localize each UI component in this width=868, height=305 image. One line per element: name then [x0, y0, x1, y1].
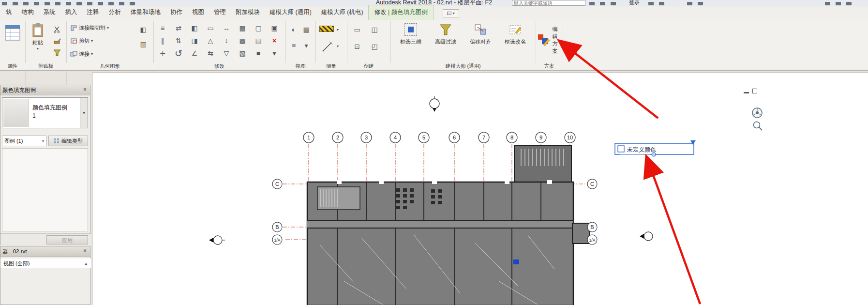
elevation-marker-east[interactable] — [640, 232, 653, 241]
dropdown-icon[interactable]: ▾ — [269, 48, 280, 59]
tab-modeling-master-mep[interactable]: 建模大师 (机电) — [316, 5, 368, 20]
save-icon[interactable] — [13, 2, 18, 5]
align-icon[interactable]: ≡ — [157, 23, 168, 33]
exchange-apps-icon[interactable] — [659, 2, 664, 5]
swap-icon[interactable]: ⇆ — [205, 48, 216, 59]
help-dropdown-icon[interactable] — [698, 2, 703, 5]
elevation-marker-west[interactable] — [209, 236, 225, 244]
favorites-icon[interactable] — [648, 2, 654, 5]
help-icon[interactable] — [687, 2, 692, 5]
group-label-view[interactable]: 视图 — [285, 63, 315, 70]
move-icon[interactable]: ＋ — [157, 48, 168, 59]
offset-icon[interactable]: ⇄ — [173, 23, 184, 33]
close-icon[interactable]: × — [81, 86, 89, 93]
infocenter-search-input[interactable] — [512, 0, 585, 6]
switch-windows-icon[interactable] — [130, 2, 135, 5]
properties-button[interactable] — [5, 25, 20, 43]
close-window-icon[interactable] — [846, 2, 852, 5]
solid-tool-icon[interactable]: ■ — [253, 48, 264, 59]
app-menu-icon[interactable] — [2, 2, 7, 5]
extend-icon[interactable]: ↔ — [221, 23, 232, 33]
zoom-icon[interactable] — [752, 121, 763, 131]
cut-icon[interactable] — [53, 26, 61, 33]
browser-root-views[interactable]: 视图 (全部) ▴ — [0, 259, 91, 268]
elevation-marker-north[interactable] — [430, 96, 439, 112]
hide-elements-icon[interactable]: ◐ — [288, 24, 299, 35]
thin-lines-icon[interactable] — [119, 2, 124, 5]
group-label-scheme[interactable]: 方案 — [536, 63, 563, 70]
copy-icon[interactable]: ⇅ — [173, 35, 184, 46]
trim-corner-icon[interactable]: ◨ — [189, 35, 200, 46]
search-icon[interactable] — [589, 2, 595, 5]
legend-rotate-grip[interactable] — [690, 140, 696, 145]
group-label-modeling-master[interactable]: 建模大师 (通用) — [390, 63, 536, 70]
type-selector[interactable]: 颜色填充图例 1 ▾ — [2, 97, 88, 128]
edit-type-button[interactable]: 编辑类型 — [48, 136, 88, 146]
ribbon-display-toggle[interactable]: ▾ — [443, 9, 459, 17]
restore-window-icon[interactable] — [836, 2, 841, 5]
array-icon[interactable]: ▦ — [237, 23, 248, 33]
collapse-icon[interactable]: ▴ — [85, 259, 87, 268]
rotate-icon[interactable]: ↺ — [173, 48, 184, 59]
scale-icon[interactable]: ▢ — [253, 23, 264, 33]
delete-icon[interactable]: × — [269, 35, 280, 46]
legend-move-grip[interactable] — [652, 152, 656, 156]
type-selector-dropdown[interactable]: ▾ — [80, 98, 88, 128]
redo-icon[interactable] — [34, 2, 39, 5]
section-icon[interactable] — [108, 2, 114, 5]
cut-geometry-button[interactable]: 剪切 ▾ — [70, 37, 93, 45]
override-graphics-icon[interactable]: ▦ — [301, 24, 312, 35]
tag-icon[interactable] — [76, 2, 82, 5]
group-label-geometry[interactable]: 几何图形 — [66, 63, 153, 70]
sign-in-label[interactable]: 登录 — [629, 0, 640, 6]
measure-icon[interactable] — [55, 2, 60, 5]
dropdown-icon[interactable]: ▾ — [337, 44, 339, 48]
advanced-filter-button[interactable]: 高级过滤 — [429, 23, 462, 46]
group-label-measure[interactable]: 测量 — [315, 63, 347, 70]
linework-icon[interactable]: ≡ — [288, 40, 299, 51]
join-geometry-button[interactable]: 连接 ▾ — [70, 50, 93, 58]
create-similar-icon[interactable]: ⊡ — [352, 41, 362, 52]
unpin-icon[interactable]: ▤ — [253, 35, 264, 46]
create-assembly-icon[interactable]: ◰ — [369, 41, 380, 52]
split-icon[interactable]: ∥ — [157, 35, 168, 46]
3d-view-icon[interactable] — [98, 2, 103, 5]
tab-analyze[interactable]: 分析 — [104, 5, 126, 20]
properties-palette-header[interactable]: 颜色填充图例 × — [0, 85, 90, 95]
tab-systems[interactable]: 系统 — [39, 5, 60, 20]
apply-button[interactable]: 应用 — [46, 235, 88, 244]
box-select-3d-button[interactable]: 框选三维 — [394, 23, 427, 46]
measure-angle-icon[interactable]: ∠ — [189, 48, 200, 59]
undo-icon[interactable] — [23, 2, 29, 5]
close-icon[interactable]: × — [81, 247, 89, 255]
paint-icon[interactable]: ◧ — [138, 24, 149, 35]
create-group-icon[interactable]: ◫ — [369, 24, 380, 35]
tab-annotate[interactable]: 注释 — [82, 5, 104, 20]
communication-icon[interactable] — [611, 2, 616, 5]
tab-architecture[interactable]: 筑 — [1, 5, 17, 20]
hatch-tool-icon[interactable]: ▧ — [237, 48, 248, 59]
measure-tape-icon[interactable] — [319, 26, 334, 32]
mirror-axis-icon[interactable]: ▭ — [205, 23, 216, 33]
properties-grid[interactable] — [2, 148, 88, 231]
print-icon[interactable] — [45, 2, 50, 5]
project-browser-header[interactable]: 器 - 02.rvt × — [0, 246, 90, 257]
paste-button[interactable]: 粘贴 ▾ — [32, 23, 44, 51]
tab-collaborate[interactable]: 协作 — [165, 5, 187, 20]
tab-modeling-master-general[interactable]: 建模大师 (通用) — [265, 5, 316, 20]
drawing-area[interactable]: 1 2 3 4 5 6 7 8 9 10 C C B B 1/A 1/A — [92, 73, 868, 305]
triangle-tool-icon[interactable]: ▽ — [221, 48, 232, 59]
tab-addins[interactable]: 附加模块 — [231, 5, 265, 20]
tab-structure[interactable]: 结构 — [17, 5, 39, 20]
dropdown-icon[interactable]: ▾ — [301, 40, 312, 51]
subscription-icon[interactable] — [600, 2, 605, 5]
edit-scheme-button[interactable]: 编辑 方案 — [538, 26, 563, 55]
dropdown-icon[interactable]: ▾ — [337, 28, 339, 32]
legend-component-icon[interactable]: ▭ — [352, 24, 362, 35]
cope-button[interactable]: 连接端切割 ▾ — [70, 24, 109, 31]
tab-view[interactable]: 视图 — [187, 5, 209, 20]
filter-icon[interactable] — [53, 49, 61, 57]
element-filter-select[interactable]: 图例 (1) ▾ — [2, 136, 46, 146]
view-restore-icon[interactable] — [752, 89, 757, 93]
match-properties-icon[interactable] — [53, 37, 61, 45]
